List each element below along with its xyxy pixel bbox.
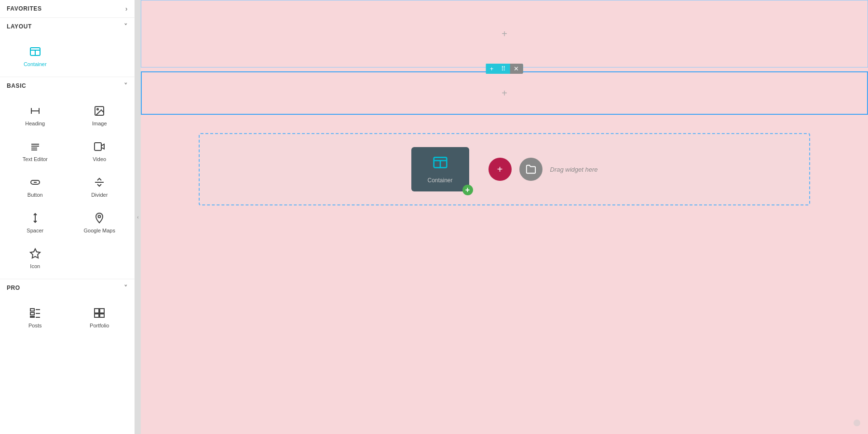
widget-portfolio[interactable]: Portfolio bbox=[68, 300, 131, 334]
toolbar-add-button[interactable]: + bbox=[486, 64, 498, 74]
svg-rect-27 bbox=[100, 309, 104, 313]
widget-icon[interactable]: Icon bbox=[4, 241, 67, 275]
video-icon bbox=[93, 140, 106, 153]
widget-panel: FAVORITES › LAYOUT ˅ Container BASIC ˅ bbox=[0, 0, 135, 434]
widget-container[interactable]: Container bbox=[4, 39, 67, 73]
image-icon bbox=[93, 104, 106, 118]
spacer-icon bbox=[28, 211, 42, 225]
canvas-section-3-wrapper: Container + + Drag widget here bbox=[141, 115, 868, 205]
toolbar-drag-button[interactable]: ⠿ bbox=[497, 64, 510, 74]
widget-heading[interactable]: Heading bbox=[4, 98, 67, 132]
drop-add-button[interactable]: + bbox=[488, 158, 512, 181]
panel-collapse-handle[interactable]: ‹ bbox=[135, 0, 141, 434]
favorites-chevron: › bbox=[125, 5, 128, 13]
divider-icon bbox=[93, 176, 106, 189]
video-label: Video bbox=[93, 156, 106, 162]
container-label: Container bbox=[24, 61, 47, 67]
layout-section-header[interactable]: LAYOUT ˅ bbox=[0, 17, 135, 35]
layout-widget-grid: Container bbox=[0, 35, 135, 77]
drag-ghost-label: Container bbox=[427, 177, 452, 184]
widget-divider[interactable]: Divider bbox=[68, 170, 131, 203]
icon-widget-icon bbox=[28, 247, 42, 260]
layout-label: LAYOUT bbox=[7, 23, 32, 30]
favorites-section-header[interactable]: FAVORITES › bbox=[0, 0, 135, 17]
section-toolbar: + ⠿ ✕ bbox=[486, 64, 523, 74]
widget-text-editor[interactable]: Text Editor bbox=[4, 134, 67, 168]
pro-label: PRO bbox=[7, 285, 20, 291]
text-editor-icon bbox=[28, 140, 42, 153]
svg-marker-13 bbox=[101, 144, 104, 149]
basic-section-header[interactable]: BASIC ˅ bbox=[0, 77, 135, 95]
scrollbar-corner bbox=[854, 420, 860, 426]
widget-video[interactable]: Video bbox=[68, 134, 131, 168]
basic-label: BASIC bbox=[7, 82, 26, 89]
drop-zone-section[interactable]: Container + + Drag widget here bbox=[199, 133, 810, 205]
svg-rect-21 bbox=[30, 312, 34, 315]
container-icon bbox=[28, 45, 42, 58]
button-icon bbox=[28, 176, 42, 189]
widget-google-maps[interactable]: Google Maps bbox=[68, 205, 131, 239]
svg-rect-28 bbox=[95, 314, 99, 317]
widget-image[interactable]: Image bbox=[68, 98, 131, 132]
posts-label: Posts bbox=[28, 323, 42, 328]
button-label: Button bbox=[27, 192, 43, 198]
drop-actions: + Drag widget here bbox=[488, 158, 598, 181]
svg-marker-19 bbox=[30, 249, 40, 258]
spacer-label: Spacer bbox=[27, 228, 43, 233]
portfolio-icon bbox=[93, 306, 106, 320]
pro-section-header[interactable]: PRO ˅ bbox=[0, 279, 135, 297]
drag-ghost-icon bbox=[433, 155, 448, 173]
portfolio-label: Portfolio bbox=[90, 323, 109, 328]
canvas-area: + + ⠿ ✕ + Container + bbox=[141, 0, 868, 434]
widget-posts[interactable]: Posts bbox=[4, 300, 67, 334]
favorites-label: FAVORITES bbox=[7, 5, 42, 12]
basic-chevron: ˅ bbox=[124, 82, 128, 90]
canvas-section-2: + ⠿ ✕ + bbox=[141, 71, 868, 115]
image-label: Image bbox=[92, 121, 107, 126]
icon-widget-label: Icon bbox=[30, 263, 40, 269]
widget-spacer[interactable]: Spacer bbox=[4, 205, 67, 239]
toolbar-close-button[interactable]: ✕ bbox=[510, 64, 523, 74]
drop-add-badge: + bbox=[462, 185, 473, 195]
canvas-section-1: + bbox=[141, 0, 868, 68]
svg-rect-22 bbox=[30, 316, 34, 317]
svg-rect-12 bbox=[95, 143, 101, 150]
add-section-1-button[interactable]: + bbox=[502, 28, 507, 40]
basic-widget-grid: Heading Image Text Editor bbox=[0, 95, 135, 279]
add-section-2-button[interactable]: + bbox=[502, 88, 507, 99]
drag-widget-label: Drag widget here bbox=[550, 166, 598, 173]
divider-label: Divider bbox=[91, 192, 108, 198]
drag-ghost-widget: Container + bbox=[411, 147, 469, 191]
svg-point-18 bbox=[98, 216, 101, 218]
layout-chevron: ˅ bbox=[124, 23, 128, 30]
svg-rect-20 bbox=[30, 309, 34, 311]
google-maps-icon bbox=[93, 211, 106, 225]
google-maps-label: Google Maps bbox=[84, 228, 115, 233]
pro-chevron: ˅ bbox=[124, 284, 128, 292]
pro-widget-grid: Posts Portfolio bbox=[0, 297, 135, 338]
svg-rect-29 bbox=[100, 314, 104, 317]
heading-label: Heading bbox=[25, 121, 45, 126]
text-editor-label: Text Editor bbox=[23, 156, 48, 162]
svg-point-7 bbox=[97, 108, 98, 110]
svg-rect-26 bbox=[95, 309, 99, 313]
heading-icon bbox=[28, 104, 42, 118]
posts-icon bbox=[28, 306, 42, 320]
widget-button[interactable]: Button bbox=[4, 170, 67, 203]
drop-folder-button[interactable] bbox=[519, 158, 542, 181]
